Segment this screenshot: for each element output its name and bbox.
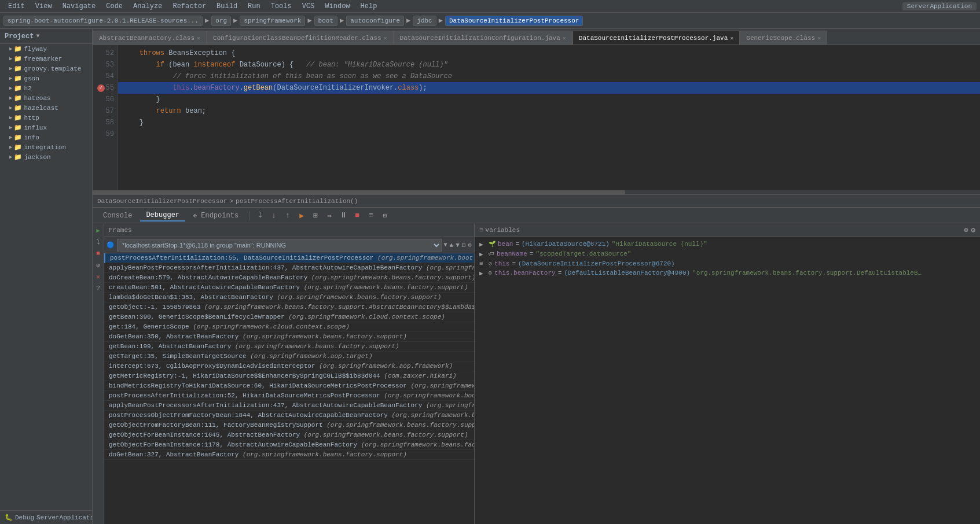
menu-vcs[interactable]: VCS	[298, 2, 320, 11]
var-item-bean[interactable]: ▶ 🌱 bean = (HikariDataSource@6721) "Hika…	[475, 239, 980, 249]
frame-item-4[interactable]: lambda$doGetBean$1:353, AbstractBeanFact…	[104, 293, 474, 302]
tab-console[interactable]: Console	[97, 211, 138, 221]
frame-item-20[interactable]: doGetBean:327, AbstractBeanFactory (org.…	[104, 450, 474, 460]
var-expand-beanname[interactable]: ▶	[479, 250, 486, 258]
menu-tools[interactable]: Tools	[266, 2, 296, 11]
close-icon4[interactable]: ✕	[730, 35, 733, 42]
menu-build[interactable]: Build	[212, 2, 242, 11]
frames-list[interactable]: postProcessAfterInitialization:55, DataS…	[104, 253, 474, 524]
editor-scrollbar-h[interactable]	[93, 190, 980, 194]
frame-item-13[interactable]: bindMetricsRegistryToHikariDataSource:60…	[104, 381, 474, 391]
sidebar-item-http[interactable]: ▶ 📁 http	[0, 113, 92, 123]
var-expand-this[interactable]: ≡	[479, 260, 486, 267]
tab-configclassbeandef[interactable]: ConfigurationClassBeanDefinitionReader.c…	[207, 31, 393, 45]
step-into-btn[interactable]: ↓	[268, 210, 280, 222]
tab-debugger[interactable]: Debugger	[140, 210, 185, 222]
layout-btn[interactable]: ⊡	[379, 210, 391, 222]
up-arrow-btn[interactable]: ▲	[450, 242, 454, 249]
frame-item-19[interactable]: getObjectForBeanInstance:1178, AbstractA…	[104, 440, 474, 450]
breadcrumb-item-5[interactable]: jdbc	[413, 16, 436, 26]
sidebar-item-gson[interactable]: ▶ 📁 gson	[0, 73, 92, 83]
frame-item-14[interactable]: postProcessAfterInitialization:52, Hikar…	[104, 391, 474, 401]
frame-item-16[interactable]: postProcessObjectFromFactoryBean:1844, A…	[104, 411, 474, 420]
sidebar-item-freemarker[interactable]: ▶ 📁 freemarker	[0, 54, 92, 64]
frame-item-6[interactable]: getBean:390, GenericScope$BeanLifecycleW…	[104, 312, 474, 322]
frame-item-7[interactable]: get:184, GenericScope (org.springframewo…	[104, 322, 474, 332]
frame-item-3[interactable]: createBean:501, AbstractAutowireCapableB…	[104, 283, 474, 293]
stop-side-icon[interactable]: ■	[94, 249, 103, 258]
mute-breakpoints-icon[interactable]: ✕	[94, 272, 103, 281]
vars-add-watch-btn[interactable]: ⊕	[964, 226, 968, 235]
breadcrumb-class[interactable]: DataSourceInitializerPostProcessor	[97, 198, 227, 205]
var-expand-beanfactory[interactable]: ▶	[479, 270, 486, 277]
frame-item-1[interactable]: applyBeanPostProcessorsAfterInitializati…	[104, 263, 474, 273]
frame-item-0[interactable]: postProcessAfterInitialization:55, DataS…	[104, 253, 474, 263]
vars-list[interactable]: ▶ 🌱 bean = (HikariDataSource@6721) "Hika…	[475, 237, 980, 524]
thread-selector[interactable]: *localhost-startStop-1*@6,118 in group "…	[117, 239, 442, 252]
sidebar-item-groovy[interactable]: ▶ 📁 groovy.template	[0, 64, 92, 73]
frame-item-9[interactable]: getBean:199, AbstractBeanFactory (org.sp…	[104, 342, 474, 352]
force-run-btn[interactable]: ⇒	[324, 210, 335, 222]
breadcrumb-item-4[interactable]: autoconfigure	[346, 16, 404, 26]
frame-item-15[interactable]: applyBeanPostProcessorsAfterInitializati…	[104, 401, 474, 411]
evaluate-btn[interactable]: ⊞	[310, 210, 321, 222]
sidebar-item-hateoas[interactable]: ▶ 📁 hateoas	[0, 93, 92, 103]
menu-edit[interactable]: Edit	[3, 2, 30, 11]
frame-item-10[interactable]: getTarget:35, SimpleBeanTargetSource (or…	[104, 352, 474, 361]
close-icon5[interactable]: ✕	[817, 35, 821, 42]
menu-analyze[interactable]: Analyze	[129, 2, 167, 11]
code-lines[interactable]: throws BeansException { if (bean instanc…	[118, 45, 980, 190]
menu-view[interactable]: View	[31, 2, 57, 11]
tab-genericscope[interactable]: GenericScope.class ✕	[740, 31, 827, 45]
close-icon3[interactable]: ✕	[563, 35, 566, 42]
menu-help[interactable]: Help	[356, 2, 382, 11]
debug-sidebar-tab[interactable]: 🐛 Debug ServerApplication	[0, 510, 92, 524]
breadcrumb-item-6[interactable]: DataSourceInitializerPostProcessor	[445, 16, 583, 26]
breadcrumb-item-3[interactable]: boot	[314, 16, 337, 26]
sidebar-item-info[interactable]: ▶ 📁 info	[0, 132, 92, 142]
tab-abstractbeanfactory[interactable]: AbstractBeanFactory.class ✕	[93, 31, 207, 45]
var-expand-bean[interactable]: ▶	[479, 241, 486, 248]
view-breakpoints-icon[interactable]: ⊕	[94, 260, 103, 270]
var-item-this[interactable]: ≡ ⊙ this = (DataSourceInitializerPostPro…	[475, 259, 980, 268]
breadcrumb-method[interactable]: postProcessAfterInitialization()	[236, 198, 358, 205]
frame-item-17[interactable]: getObjectFromFactoryBean:111, FactoryBea…	[104, 420, 474, 430]
filter-btn[interactable]: ⊟	[462, 241, 466, 249]
stop-btn[interactable]: ■	[351, 210, 363, 222]
close-icon2[interactable]: ✕	[384, 35, 387, 42]
sidebar-item-jackson[interactable]: ▶ 📁 jackson	[0, 152, 92, 162]
menu-window[interactable]: Window	[320, 2, 354, 11]
sidebar-item-influx[interactable]: ▶ 📁 influx	[0, 123, 92, 132]
var-item-beanname[interactable]: ▶ 🏷 beanName = "scopedTarget.dataSource"	[475, 249, 980, 259]
frame-item-18[interactable]: getObjectForBeanInstance:1645, AbstractB…	[104, 430, 474, 440]
resume-side-icon[interactable]: ▶	[94, 226, 103, 235]
menu-run[interactable]: Run	[243, 2, 265, 11]
add-frame-btn[interactable]: ⊕	[468, 241, 472, 249]
menu-code[interactable]: Code	[101, 2, 127, 11]
var-item-beanfactory[interactable]: ▶ ⚙ this.beanFactory = (DefaultListableB…	[475, 268, 980, 278]
breadcrumb-item-2[interactable]: springframework	[240, 16, 305, 26]
menu-refactor[interactable]: Refactor	[168, 2, 211, 11]
step-out-btn[interactable]: ↑	[282, 210, 293, 222]
tab-datasourceinitconfig[interactable]: DataSourceInitializationConfiguration.ja…	[394, 31, 572, 45]
vars-settings-btn[interactable]: ⚙	[971, 226, 975, 235]
resume-btn[interactable]: ⏸	[337, 210, 349, 222]
thread-dropdown-arrow[interactable]: ▼	[444, 242, 447, 248]
frame-item-2[interactable]: doCreateBean:579, AbstractAutowireCapabl…	[104, 273, 474, 283]
menu-navigate[interactable]: Navigate	[58, 2, 101, 11]
tab-datasourceinitpostprocessor[interactable]: DataSourceInitializerPostProcessor.java …	[572, 31, 740, 45]
frame-item-8[interactable]: doGetBean:350, AbstractBeanFactory (org.…	[104, 332, 474, 342]
sidebar-item-integration[interactable]: ▶ 📁 integration	[0, 142, 92, 152]
help-icon[interactable]: ?	[94, 283, 103, 293]
sidebar-item-flyway[interactable]: ▶ 📁 flyway	[0, 44, 92, 54]
settings-btn[interactable]: ≡	[365, 210, 377, 222]
step-over-btn[interactable]: ⤵	[254, 210, 266, 222]
tab-endpoints[interactable]: ⊕ Endpoints	[188, 211, 244, 221]
breadcrumb-item-1[interactable]: org	[211, 16, 231, 26]
step-side-icon[interactable]: ⤵	[94, 237, 103, 246]
sidebar-item-h2[interactable]: ▶ 📁 h2	[0, 83, 92, 93]
sidebar-item-hazelcast[interactable]: ▶ 📁 hazelcast	[0, 103, 92, 113]
frame-item-12[interactable]: getMetricRegistry:-1, HikariDataSource$$…	[104, 371, 474, 381]
breadcrumb-item-0[interactable]: spring-boot-autoconfigure-2.0.1.RELEASE-…	[3, 16, 203, 26]
frame-item-11[interactable]: intercept:673, CglibAopProxy$DynamicAdvi…	[104, 361, 474, 371]
